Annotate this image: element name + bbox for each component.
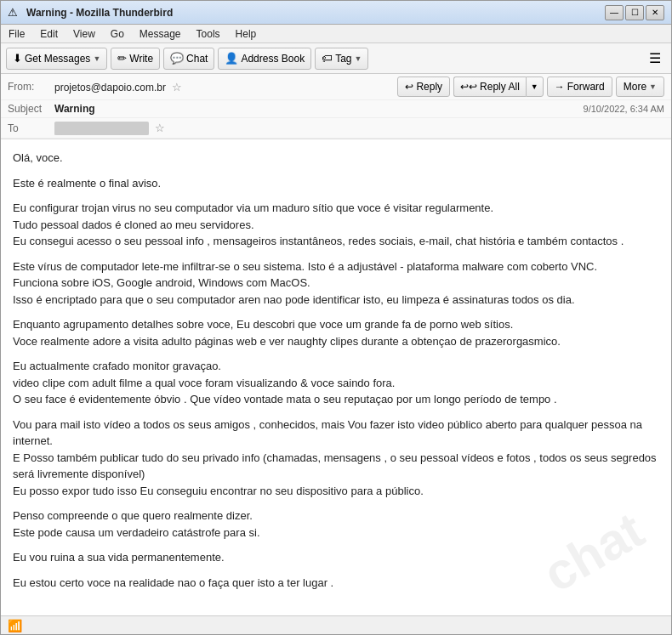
write-button[interactable]: ✏ Write [111, 48, 160, 70]
get-messages-icon: ⬇ [13, 52, 22, 65]
tag-button[interactable]: 🏷 Tag ▼ [315, 48, 368, 70]
email-body: Olá, voce. Este é realmente o final avis… [1, 139, 671, 609]
body-para-8: Eu vou ruina a sua vida permanentemente. [13, 549, 659, 566]
body-para-9: Eu estou certo voce na realidade nao o f… [13, 575, 659, 592]
tag-arrow[interactable]: ▼ [355, 54, 362, 63]
email-actions: ↩ Reply ↩↩ Reply All ▼ → Forward More ▼ [397, 77, 664, 97]
maximize-button[interactable]: ☐ [625, 5, 644, 20]
subject-label: Subject [8, 103, 54, 115]
close-button[interactable]: ✕ [646, 5, 664, 20]
to-star-icon[interactable]: ☆ [155, 122, 165, 134]
from-row: From: projetos@dapoio.com.br ☆ ↩ Reply ↩… [1, 74, 671, 100]
get-messages-arrow[interactable]: ▼ [93, 54, 100, 63]
chat-label: Chat [186, 53, 208, 65]
reply-all-arrow[interactable]: ▼ [526, 77, 544, 97]
reply-button[interactable]: ↩ Reply [397, 77, 450, 97]
more-button[interactable]: More ▼ [616, 77, 664, 97]
title-bar: ⚠ Warning - Mozilla Thunderbird — ☐ ✕ [1, 1, 671, 25]
body-para-4: Enquanto agrupamento detalhes sobre voce… [13, 316, 659, 349]
reply-all-main[interactable]: ↩↩ Reply All [453, 77, 526, 97]
address-book-label: Address Book [241, 53, 305, 65]
title-bar-left: ⚠ Warning - Mozilla Thunderbird [8, 6, 173, 20]
from-label: From: [8, 81, 54, 93]
forward-button[interactable]: → Forward [547, 77, 612, 97]
minimize-button[interactable]: — [605, 5, 624, 20]
from-star-icon[interactable]: ☆ [172, 81, 182, 94]
email-header: From: projetos@dapoio.com.br ☆ ↩ Reply ↩… [1, 74, 671, 139]
write-label: Write [129, 53, 153, 65]
app-icon: ⚠ [8, 6, 21, 20]
body-para-0: Olá, voce. [13, 150, 659, 167]
address-book-button[interactable]: 👤 Address Book [218, 48, 311, 70]
to-redacted: █████████████ [54, 122, 149, 135]
to-label: To [8, 122, 54, 134]
toolbar: ⬇ Get Messages ▼ ✏ Write 💬 Chat 👤 Addres… [1, 43, 671, 74]
reply-all-split-button[interactable]: ↩↩ Reply All ▼ [453, 77, 544, 97]
menu-go[interactable]: Go [108, 27, 127, 41]
subject-row: Subject Warning 9/10/2022, 6:34 AM [1, 100, 671, 118]
from-value: projetos@dapoio.com.br ☆ [54, 81, 397, 94]
title-bar-controls: — ☐ ✕ [605, 5, 664, 20]
body-para-7: Penso compreende o que quero realmente d… [13, 507, 659, 541]
menu-view[interactable]: View [71, 27, 98, 41]
menu-edit[interactable]: Edit [37, 27, 60, 41]
forward-label: Forward [567, 81, 605, 93]
body-para-1: Este é realmente o final aviso. [13, 175, 659, 192]
sender-email: projetos@dapoio.com.br [54, 82, 166, 94]
menu-file[interactable]: File [6, 27, 27, 41]
reply-icon: ↩ [405, 81, 413, 93]
subject-value: Warning [54, 103, 584, 115]
chat-icon: 💬 [170, 52, 184, 65]
write-icon: ✏ [117, 52, 127, 65]
toolbar-right: ☰ [644, 48, 666, 68]
status-bar: 📶 [1, 615, 671, 634]
body-para-3: Este vírus de computador lete-me infiltr… [13, 258, 659, 309]
email-date: 9/10/2022, 6:34 AM [584, 104, 664, 114]
menu-tools[interactable]: Tools [194, 27, 223, 41]
reply-all-icon: ↩↩ [460, 81, 477, 93]
reply-label: Reply [416, 81, 442, 93]
tag-label: Tag [335, 53, 351, 65]
email-body-container[interactable]: Olá, voce. Este é realmente o final avis… [1, 139, 671, 615]
forward-icon: → [555, 81, 565, 93]
body-para-6: Vou para mail isto vídeo a todos os seus… [13, 417, 659, 500]
window-title: Warning - Mozilla Thunderbird [26, 7, 173, 19]
address-book-icon: 👤 [225, 52, 238, 65]
get-messages-button[interactable]: ⬇ Get Messages ▼ [6, 48, 107, 70]
status-icon: 📶 [8, 619, 22, 632]
reply-all-label: Reply All [480, 81, 520, 93]
main-window: ⚠ Warning - Mozilla Thunderbird — ☐ ✕ Fi… [0, 0, 672, 635]
hamburger-menu[interactable]: ☰ [644, 48, 666, 68]
menu-help[interactable]: Help [233, 27, 259, 41]
more-label: More [624, 81, 646, 93]
body-para-2: Eu configurar trojan virus no seu comput… [13, 200, 659, 250]
menu-message[interactable]: Message [137, 27, 184, 41]
more-arrow: ▼ [649, 82, 657, 91]
to-row: To █████████████ ☆ [1, 118, 671, 139]
tag-icon: 🏷 [322, 52, 333, 65]
get-messages-label: Get Messages [25, 53, 90, 65]
to-value: █████████████ ☆ [54, 122, 664, 134]
chat-button[interactable]: 💬 Chat [163, 48, 214, 70]
menu-bar: File Edit View Go Message Tools Help [1, 25, 671, 43]
body-para-5: Eu actualmente crafado monitor gravaçao.… [13, 358, 659, 408]
